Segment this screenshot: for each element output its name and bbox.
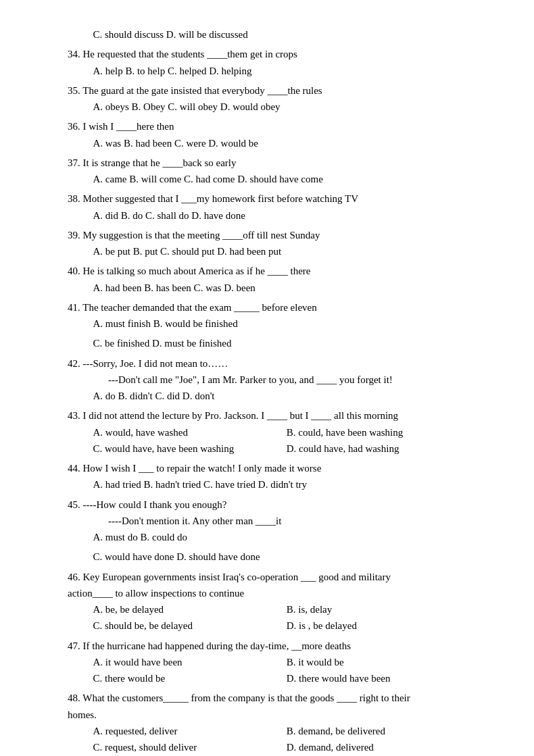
question-40: 40. He is talking so much about America …	[68, 263, 480, 296]
question-34: 34. He requested that the students ____t…	[68, 47, 480, 79]
question-48: 48. What the customers_____ from the com…	[68, 690, 480, 755]
question-44: 44. How I wish I ___ to repair the watch…	[68, 461, 480, 493]
question-43: 43. I did not attend the lecture by Pro.…	[68, 408, 480, 457]
pre-options: C. should discuss D. will be discussed	[68, 27, 480, 43]
question-46: 46. Key European governments insist Iraq…	[68, 570, 480, 634]
q43-opt1: A. would, have washed B. could, have bee…	[68, 425, 480, 440]
q48-opt1: A. requested, deliver B. demand, be deli…	[68, 724, 480, 739]
q46-opt2: C. should be, be delayed D. is , be dela…	[68, 618, 480, 634]
q46-opt1: A. be, be delayed B. is, delay	[68, 602, 480, 618]
q48-opt2: C. request, should deliver D. demand, de…	[68, 740, 480, 755]
question-42: 42. ---Sorry, Joe. I did not mean to…… -…	[68, 356, 480, 405]
exam-content: C. should discuss D. will be discussed 3…	[68, 27, 480, 756]
q47-opt1: A. it would have been B. it would be	[68, 655, 480, 670]
question-37: 37. It is strange that he ____back so ea…	[68, 155, 480, 188]
question-39: 39. My suggestion is that the meeting __…	[68, 228, 480, 260]
question-38: 38. Mother suggested that I ___my homewo…	[68, 191, 480, 224]
question-41: 41. The teacher demanded that the exam _…	[68, 300, 480, 352]
question-35: 35. The guard at the gate insisted that …	[68, 83, 480, 116]
question-36: 36. I wish I ____here then A. was B. had…	[68, 119, 480, 151]
q47-opt2: C. there would be D. there would have be…	[68, 671, 480, 686]
q43-opt2: C. would have, have been washing D. coul…	[68, 441, 480, 457]
question-45: 45. ----How could I thank you enough? --…	[68, 497, 480, 565]
question-47: 47. If the hurricane had happened during…	[68, 638, 480, 687]
